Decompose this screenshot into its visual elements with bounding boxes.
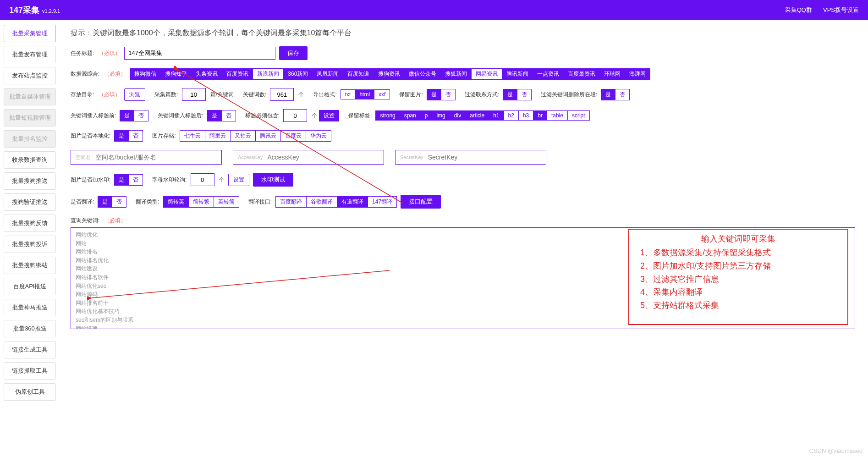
img-store-3[interactable]: 腾讯云 (256, 130, 281, 142)
keep-tag-5[interactable]: article (466, 110, 489, 121)
wm-opt-1[interactable]: 否 (129, 174, 143, 186)
source-tag-12[interactable]: 腾讯新闻 (502, 68, 533, 80)
sidebar-item-4: 批量短视频管理 (4, 109, 56, 127)
keep-tag-9[interactable]: br (533, 110, 547, 121)
sidebar-item-8[interactable]: 搜狗验证推送 (4, 193, 56, 211)
source-tag-16[interactable]: 澎湃网 (625, 68, 650, 80)
sidebar-item-11[interactable]: 批量搜狗绑站 (4, 257, 56, 274)
keep-tag-11[interactable]: script (568, 110, 590, 121)
source-tag-3[interactable]: 百度资讯 (222, 68, 253, 80)
browse-button[interactable]: 浏览 (124, 88, 145, 101)
sidebar-item-13[interactable]: 批量神马推送 (4, 299, 56, 316)
source-tag-14[interactable]: 百度最资讯 (564, 68, 600, 80)
keep-tag-2[interactable]: p (421, 110, 433, 121)
sidebar-item-14[interactable]: 批量360推送 (4, 320, 56, 337)
sidebar-item-16[interactable]: 链接抓取工具 (4, 362, 56, 380)
img-store-4[interactable]: 百度云 (281, 130, 306, 142)
input-keyword-count[interactable] (270, 88, 294, 101)
tr-api-2[interactable]: 有道翻译 (337, 196, 368, 208)
sidebar-item-12[interactable]: 百度API推送 (4, 278, 56, 295)
img-store-2[interactable]: 又拍云 (231, 130, 256, 142)
sidebar-item-9[interactable]: 批量搜狗反馈 (4, 215, 56, 232)
sidebar-item-3: 批量自媒体管理 (4, 88, 56, 105)
keep-tag-8[interactable]: h3 (519, 110, 533, 121)
export-fmt-2[interactable]: xxf (374, 89, 390, 99)
label-tr-api: 翻译接口: (248, 198, 272, 206)
input-access-key[interactable] (267, 154, 384, 161)
tr-type-1[interactable]: 简转繁 (189, 196, 214, 208)
source-tag-2[interactable]: 头条资讯 (192, 68, 222, 80)
filter-kw-line-1[interactable]: 否 (615, 89, 630, 100)
source-tag-13[interactable]: 一点资讯 (533, 68, 564, 80)
sidebar-item-15[interactable]: 链接生成工具 (4, 341, 56, 358)
keywords-textarea[interactable] (71, 228, 855, 329)
img-local-1[interactable]: 否 (129, 130, 143, 142)
tr-api-0[interactable]: 百度翻译 (275, 196, 307, 208)
keep-img-0[interactable]: 是 (427, 89, 441, 100)
img-local-0[interactable]: 是 (114, 130, 129, 142)
keep-tag-7[interactable]: h2 (504, 110, 519, 121)
export-fmt-0[interactable]: txt (341, 89, 356, 99)
filter-contact-1[interactable]: 否 (517, 89, 532, 100)
label-keep-tags: 保留标签: (348, 112, 372, 120)
input-must-count[interactable] (283, 109, 307, 122)
setting-must-button[interactable]: 设置 (319, 110, 339, 121)
export-fmt-1[interactable]: html (355, 89, 374, 99)
keep-tag-4[interactable]: div (450, 110, 466, 121)
source-tag-7[interactable]: 百度知道 (343, 68, 374, 80)
input-secret-key[interactable] (428, 154, 546, 161)
img-store-1[interactable]: 阿里云 (205, 130, 231, 142)
sidebar-item-7[interactable]: 批量搜狗推送 (4, 172, 56, 190)
label-filter-kw-line: 过滤关键词删除所在段: (541, 91, 597, 99)
source-tag-4[interactable]: 新浪新闻 (253, 68, 284, 80)
input-collect-count[interactable] (182, 88, 206, 101)
sidebar-item-6[interactable]: 收录数据查询 (4, 151, 56, 169)
keep-img-1[interactable]: 否 (441, 89, 456, 100)
filter-contact-0[interactable]: 是 (503, 89, 517, 100)
source-tag-5[interactable]: 360新闻 (284, 68, 313, 80)
link-qq-group[interactable]: 采集QQ群 (785, 6, 812, 14)
tr-opt-0[interactable]: 是 (98, 196, 112, 208)
keep-tag-3[interactable]: img (432, 110, 450, 121)
keep-tag-6[interactable]: h1 (489, 110, 504, 121)
keep-tag-0[interactable]: strong (375, 110, 400, 121)
insert-after-1[interactable]: 否 (222, 110, 236, 121)
sidebar-item-17[interactable]: 伪原创工具 (4, 383, 56, 401)
source-tag-9[interactable]: 微信公众号 (405, 68, 441, 80)
insert-before-0[interactable]: 是 (120, 110, 134, 121)
api-config-button[interactable]: 接口配置 (401, 195, 441, 209)
keep-tag-10[interactable]: table (547, 110, 568, 121)
sidebar-item-0[interactable]: 批量采集管理 (4, 25, 56, 42)
tr-api-3[interactable]: 147翻译 (368, 196, 397, 208)
source-tag-1[interactable]: 搜狗知乎 (161, 68, 192, 80)
keep-tag-1[interactable]: span (400, 110, 421, 121)
source-tag-10[interactable]: 搜狐新闻 (441, 68, 472, 80)
source-tag-6[interactable]: 凤凰新闻 (313, 68, 343, 80)
source-tag-15[interactable]: 环球网 (600, 68, 625, 80)
sidebar-item-1[interactable]: 批量发布管理 (4, 46, 56, 63)
input-wm-interval[interactable] (191, 173, 214, 186)
sidebar-item-10[interactable]: 批量搜狗投诉 (4, 236, 56, 253)
source-tag-0[interactable]: 搜狗微信 (130, 68, 161, 80)
tr-api-1[interactable]: 谷歌翻译 (307, 196, 337, 208)
img-store-0[interactable]: 七牛云 (180, 130, 205, 142)
input-task-title[interactable] (124, 47, 275, 60)
tr-opt-1[interactable]: 否 (112, 196, 126, 208)
tr-type-0[interactable]: 简转英 (163, 196, 189, 208)
save-button[interactable]: 保存 (279, 46, 308, 60)
tr-type-2[interactable]: 英转简 (214, 196, 239, 208)
img-store-5[interactable]: 华为云 (306, 130, 331, 142)
insert-before-1[interactable]: 否 (134, 110, 148, 121)
wm-test-button[interactable]: 水印测试 (253, 173, 293, 187)
input-space-name[interactable] (95, 154, 221, 161)
source-tag-8[interactable]: 搜狗资讯 (374, 68, 405, 80)
sidebar: 批量采集管理批量发布管理发布站点监控批量自媒体管理批量短视频管理批量排名监控收录… (0, 20, 60, 405)
source-tag-11[interactable]: 网易资讯 (472, 68, 502, 80)
sidebar-item-2[interactable]: 发布站点监控 (4, 67, 56, 84)
wm-opt-0[interactable]: 是 (114, 174, 129, 186)
link-vps-settings[interactable]: VPS拨号设置 (823, 6, 859, 14)
insert-after-0[interactable]: 是 (207, 110, 222, 121)
input-access-key-wrap: AccessKey (233, 150, 384, 165)
filter-kw-line-0[interactable]: 是 (601, 89, 615, 100)
wm-setting-button[interactable]: 设置 (228, 174, 249, 186)
